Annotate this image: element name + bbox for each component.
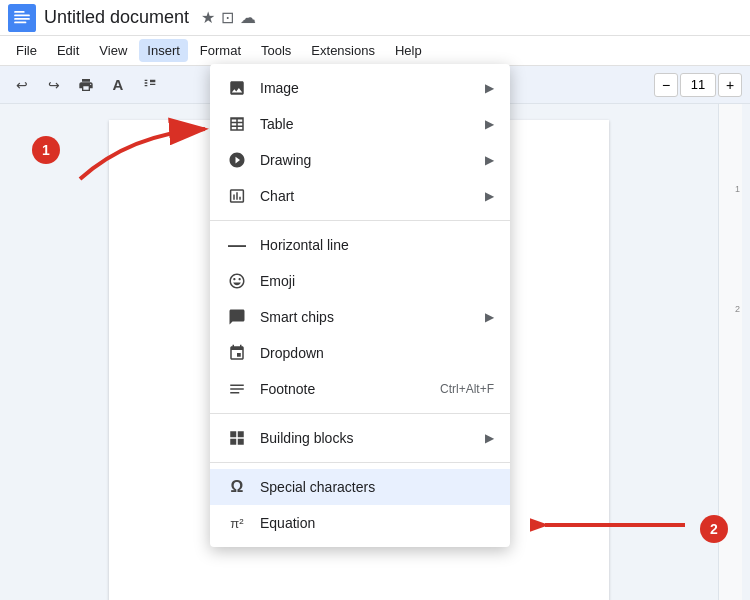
menu-item-image[interactable]: Image ▶ [210, 70, 510, 106]
building-blocks-arrow: ▶ [485, 431, 494, 445]
footnote-icon [226, 378, 248, 400]
menu-item-smart-chips[interactable]: Smart chips ▶ [210, 299, 510, 335]
horizontal-line-label: Horizontal line [260, 237, 494, 253]
dropdown-label: Dropdown [260, 345, 494, 361]
svg-rect-3 [14, 18, 30, 20]
smart-chips-icon [226, 306, 248, 328]
font-button[interactable]: A [104, 71, 132, 99]
menu-item-building-blocks[interactable]: Building blocks ▶ [210, 420, 510, 456]
divider-1 [210, 220, 510, 221]
building-blocks-icon [226, 427, 248, 449]
footnote-shortcut: Ctrl+Alt+F [440, 382, 494, 396]
drive-icon[interactable]: ⊡ [221, 8, 234, 27]
menu-item-drawing[interactable]: Drawing ▶ [210, 142, 510, 178]
smart-chips-label: Smart chips [260, 309, 485, 325]
drawing-arrow: ▶ [485, 153, 494, 167]
image-icon [226, 77, 248, 99]
font-size-area: − + [654, 73, 742, 97]
divider-2 [210, 413, 510, 414]
image-label: Image [260, 80, 485, 96]
badge-1: 1 [32, 136, 60, 164]
menu-extensions[interactable]: Extensions [303, 39, 383, 62]
menu-tools[interactable]: Tools [253, 39, 299, 62]
menu-format[interactable]: Format [192, 39, 249, 62]
title-icons: ★ ⊡ ☁ [201, 8, 256, 27]
svg-rect-1 [14, 11, 25, 13]
redo-button[interactable]: ↪ [40, 71, 68, 99]
equation-label: Equation [260, 515, 494, 531]
table-icon [226, 113, 248, 135]
table-arrow: ▶ [485, 117, 494, 131]
decrease-font-button[interactable]: − [654, 73, 678, 97]
increase-font-button[interactable]: + [718, 73, 742, 97]
font-size-input[interactable] [680, 73, 716, 97]
ruler-mark-2: 2 [735, 304, 740, 314]
insert-icon-btn[interactable] [136, 71, 164, 99]
footnote-label: Footnote [260, 381, 440, 397]
drawing-label: Drawing [260, 152, 485, 168]
emoji-icon [226, 270, 248, 292]
emoji-label: Emoji [260, 273, 494, 289]
menu-item-footnote[interactable]: Footnote Ctrl+Alt+F [210, 371, 510, 407]
svg-rect-4 [14, 21, 26, 23]
menu-item-chart[interactable]: Chart ▶ [210, 178, 510, 214]
menu-item-emoji[interactable]: Emoji [210, 263, 510, 299]
menu-insert[interactable]: Insert [139, 39, 188, 62]
special-characters-label: Special characters [260, 479, 494, 495]
print-button[interactable] [72, 71, 100, 99]
menu-item-dropdown[interactable]: Dropdown [210, 335, 510, 371]
menu-item-horizontal-line[interactable]: — Horizontal line [210, 227, 510, 263]
chart-label: Chart [260, 188, 485, 204]
star-icon[interactable]: ★ [201, 8, 215, 27]
title-bar: Untitled document ★ ⊡ ☁ [0, 0, 750, 36]
insert-dropdown-menu: Image ▶ Table ▶ Drawing ▶ Chart ▶ — Hori… [210, 64, 510, 547]
badge-2: 2 [700, 515, 728, 543]
ruler-mark-1: 1 [735, 184, 740, 194]
menu-file[interactable]: File [8, 39, 45, 62]
table-label: Table [260, 116, 485, 132]
horizontal-line-icon: — [226, 234, 248, 256]
menu-bar: File Edit View Insert Format Tools Exten… [0, 36, 750, 66]
building-blocks-label: Building blocks [260, 430, 485, 446]
undo-button[interactable]: ↩ [8, 71, 36, 99]
equation-icon: π² [226, 512, 248, 534]
image-arrow: ▶ [485, 81, 494, 95]
divider-3 [210, 462, 510, 463]
drawing-icon [226, 149, 248, 171]
svg-rect-2 [14, 14, 30, 16]
menu-item-special-characters[interactable]: Ω Special characters [210, 469, 510, 505]
menu-item-table[interactable]: Table ▶ [210, 106, 510, 142]
smart-chips-arrow: ▶ [485, 310, 494, 324]
chart-arrow: ▶ [485, 189, 494, 203]
menu-view[interactable]: View [91, 39, 135, 62]
docs-icon [8, 4, 36, 32]
scrollbar[interactable] [742, 104, 750, 600]
special-chars-icon: Ω [226, 476, 248, 498]
document-title[interactable]: Untitled document [44, 7, 189, 28]
chart-icon [226, 185, 248, 207]
menu-edit[interactable]: Edit [49, 39, 87, 62]
dropdown-icon [226, 342, 248, 364]
cloud-icon: ☁ [240, 8, 256, 27]
menu-help[interactable]: Help [387, 39, 430, 62]
menu-item-equation[interactable]: π² Equation [210, 505, 510, 541]
